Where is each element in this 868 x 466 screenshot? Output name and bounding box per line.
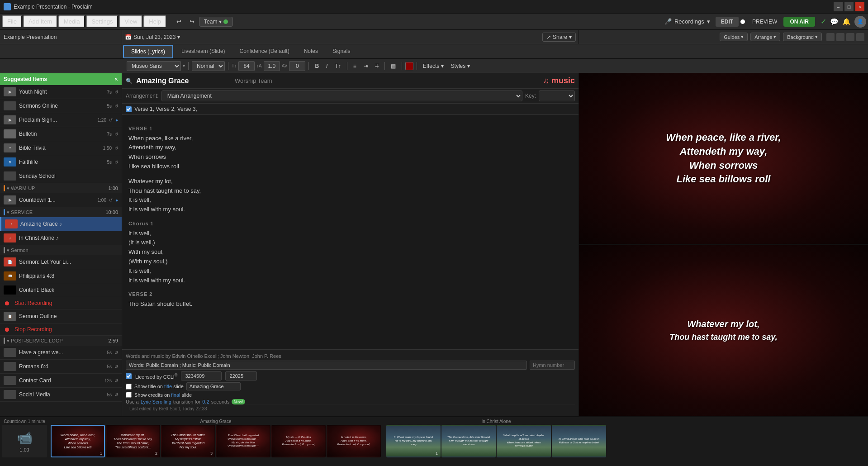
sidebar-item-content-black[interactable]: Content: Black — [0, 283, 122, 297]
close-button[interactable]: × — [855, 2, 864, 11]
thumb-slide-2[interactable]: Whatever my lot,Thou hast taught me to s… — [106, 425, 160, 457]
preview-slide-lower[interactable]: Whatever my lot,Thou hast taught me to s… — [579, 244, 868, 416]
recordings-button[interactable]: 🎤 Recordings ▾ — [660, 16, 715, 27]
countdown-thumb[interactable]: 📹 1:00 — [2, 425, 47, 457]
view-icon-2[interactable] — [836, 33, 844, 41]
suggested-close-button[interactable]: × — [114, 76, 118, 83]
key-select[interactable] — [539, 90, 575, 101]
strike-button[interactable]: T̶ — [373, 61, 381, 71]
font-select[interactable]: Museo Sans — [127, 61, 181, 71]
guides-button[interactable]: Guides ▾ — [720, 33, 748, 41]
tab-slides[interactable]: Slides (Lyrics) — [123, 45, 173, 58]
hymn-number-input[interactable] — [530, 361, 575, 370]
refresh-icon: ↺ — [114, 392, 118, 397]
sidebar-item-sermon-outline[interactable]: 📋 Sermon Outline — [0, 309, 122, 323]
sidebar-item-contact-card[interactable]: Contact Card 12s ↺ — [0, 374, 122, 388]
redo-button[interactable]: ↪ — [186, 16, 198, 27]
share-button[interactable]: ↗ Share ▾ — [542, 33, 576, 42]
bold-button[interactable]: B — [312, 61, 322, 71]
sidebar-item-bible-trivia[interactable]: ? Bible Trivia 1:50 ↺ — [0, 141, 122, 155]
sidebar-item-in-christ-alone[interactable]: ♪ In Christ Alone ♪ — [0, 231, 122, 245]
credits-input[interactable] — [126, 361, 527, 370]
settings-menu[interactable]: Settings — [86, 15, 118, 28]
indent-button[interactable]: ⇥ — [361, 61, 371, 71]
add-item-menu[interactable]: Add Item — [23, 15, 57, 28]
verse-selector-checkbox[interactable] — [126, 106, 132, 112]
background-dropdown-icon: ▾ — [815, 34, 818, 40]
thumb-slide-3[interactable]: Tho Satan should buffet.My helpless esta… — [161, 425, 215, 457]
maximize-button[interactable]: □ — [844, 2, 854, 11]
thumb-slide-5[interactable]: My sin — O the blissAnd I bear it no mor… — [271, 425, 326, 457]
styles-button[interactable]: Styles ▾ — [448, 61, 473, 71]
lyric-scrolling-link[interactable]: Lyric Scrolling — [141, 399, 171, 404]
sidebar-item-amazing-grace[interactable]: ♪ Amazing Grace ♪ — [0, 217, 122, 231]
chat-icon[interactable]: 💬 — [830, 18, 839, 26]
lyrics-area[interactable]: VERSE 1 When peace, like a river, Attend… — [122, 115, 579, 349]
ccli-number-1-input[interactable] — [181, 371, 222, 380]
sidebar-item-philippians[interactable]: 📖 Philippians 4:8 — [0, 269, 122, 283]
tab-signals[interactable]: Signals — [325, 45, 357, 58]
view-menu[interactable]: View — [119, 15, 142, 28]
sidebar-item-sunday-school[interactable]: Sunday School — [0, 169, 122, 183]
effects-button[interactable]: Effects ▾ — [420, 61, 446, 71]
sidebar-item-sermon-doc[interactable]: 📄 Sermon: Let Your Li... — [0, 255, 122, 269]
sidebar-item-countdown[interactable]: ▶ Countdown 1... 1:00 ↺ ● — [0, 193, 122, 207]
sidebar-item-social-media[interactable]: Social Media 5s ↺ — [0, 388, 122, 402]
bell-icon[interactable]: 🔔 — [842, 18, 851, 26]
arrange-button[interactable]: Arrange ▾ — [750, 33, 780, 41]
thumb-slide-ica-4[interactable]: In Christ alone! Who took on fleshFullne… — [552, 425, 606, 457]
final-link[interactable]: final — [171, 392, 180, 398]
team-button[interactable]: Team ▾ — [199, 17, 233, 27]
avatar[interactable]: 👤 — [854, 16, 866, 28]
edit-button[interactable]: EDIT — [716, 17, 739, 27]
arrangement-select[interactable]: Main Arrangement — [161, 90, 522, 101]
thumb-slide-1[interactable]: When peace, like a river,Attendeth my wa… — [51, 425, 105, 457]
minimize-button[interactable]: – — [834, 2, 843, 11]
file-menu[interactable]: File — [2, 15, 22, 28]
thumb-slide-4[interactable]: That Christ hath regardedOf this gloriou… — [216, 425, 270, 457]
thumb-slide-6[interactable]: Is nailed to the cross,And I bear it no … — [327, 425, 381, 457]
show-credits-checkbox[interactable] — [126, 392, 132, 398]
ccli-number-2-input[interactable] — [225, 371, 257, 380]
show-title-checkbox[interactable] — [126, 384, 132, 390]
sidebar-item-sermons-online[interactable]: Sermons Online 5s ↺ — [0, 99, 122, 113]
song-title-input[interactable] — [136, 77, 231, 85]
help-menu[interactable]: Help — [143, 15, 166, 28]
align-button[interactable]: ▤ — [388, 61, 398, 71]
sidebar-item-start-recording[interactable]: ⏺ Start Recording — [0, 297, 122, 309]
title-value-input[interactable] — [186, 382, 241, 390]
tab-notes[interactable]: Notes — [297, 45, 325, 58]
line-spacing-input[interactable] — [264, 61, 280, 71]
sidebar-item-romans[interactable]: Romans 6:4 5s ↺ — [0, 360, 122, 374]
title-link[interactable]: title — [164, 384, 172, 389]
tab-livestream[interactable]: Livestream (Slide) — [174, 45, 232, 58]
tracking-input[interactable] — [289, 61, 305, 71]
style-select[interactable]: Normal — [192, 61, 225, 71]
undo-button[interactable]: ↩ — [173, 16, 185, 27]
sidebar-item-bulletin[interactable]: Bulletin 7s ↺ — [0, 127, 122, 141]
background-button[interactable]: Background ▾ — [783, 33, 822, 41]
sidebar-item-have-great-week[interactable]: Have a great we... 5s ↺ — [0, 346, 122, 360]
transform-button[interactable]: T↑ — [332, 61, 343, 71]
tab-confidence[interactable]: Confidence (Default) — [232, 45, 297, 58]
font-size-input[interactable] — [238, 61, 255, 71]
preview-slide-upper[interactable]: When peace, like a river,Attendeth my wa… — [579, 73, 868, 244]
list-button[interactable]: ≡ — [351, 61, 359, 71]
view-icon-3[interactable] — [846, 33, 854, 41]
ccli-checkbox[interactable] — [126, 373, 132, 379]
thumb-slide-ica-1[interactable]: In Christ alone my hope is foundHe is my… — [386, 425, 441, 457]
color-swatch[interactable] — [405, 62, 413, 70]
preview-button[interactable]: PREVIEW — [747, 17, 783, 27]
sidebar-item-stop-recording[interactable]: ⏺ Stop Recording — [0, 323, 122, 336]
date-button[interactable]: 📅 Sun, Jul 23, 2023 ▾ — [125, 34, 180, 40]
onair-button[interactable]: ON AIR — [783, 17, 815, 27]
thumb-slide-ica-3[interactable]: What heights of love, what depths of pea… — [497, 425, 551, 457]
sidebar-item-youth-night[interactable]: ▶ Youth Night 7s ↺ — [0, 85, 122, 99]
sidebar-item-faithlife[interactable]: fl Faithlife 5s ↺ — [0, 155, 122, 169]
media-menu[interactable]: Media — [58, 15, 85, 28]
italic-button[interactable]: I — [323, 61, 330, 71]
view-icon-1[interactable] — [826, 33, 835, 41]
sidebar-item-proclaim-sign[interactable]: ▶ Proclaim Sign... 1:20 ↺ ● — [0, 113, 122, 127]
view-icon-4[interactable] — [856, 33, 864, 41]
thumb-slide-ica-2[interactable]: This Cornerstone, this solid GroundFirm … — [441, 425, 496, 457]
